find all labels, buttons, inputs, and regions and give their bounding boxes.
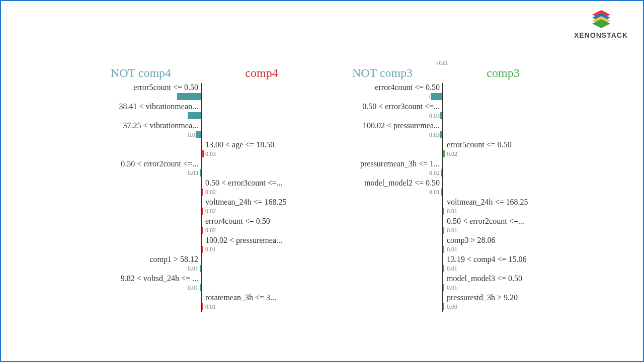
feature-value: 0.00 — [443, 303, 457, 311]
feature-label: 0.50 < error2count <=... — [443, 217, 524, 226]
bar — [201, 208, 203, 215]
feature-value: 0.03 — [188, 169, 201, 177]
feature-value: 0.01 — [443, 227, 457, 234]
feature-value: 0.02 — [201, 189, 216, 196]
feature-label: error4count <= 0.50 — [375, 83, 443, 92]
feature-label: 38.41 < vibrationmean... — [119, 102, 201, 111]
bar — [443, 303, 444, 310]
bar — [441, 189, 443, 196]
left-row-1: 38.41 < vibrationmean... 0.14 — [80, 102, 322, 121]
panel-left-titles: NOT comp4 comp4 — [80, 66, 322, 80]
feature-label: error4count <= 0.50 — [201, 217, 270, 226]
feature-value: 0.01 — [201, 246, 216, 253]
feature-label: voltmean_24h <= 168.25 — [201, 198, 287, 207]
bar — [443, 227, 444, 234]
feature-label: error5count <= 0.50 — [443, 140, 512, 149]
left-row-4: 0.50 < error2count <=... 0.03 — [80, 159, 322, 178]
feature-value: 0.02 — [429, 169, 443, 177]
bar — [177, 93, 201, 100]
logo-stack-icon — [590, 10, 612, 29]
bar — [441, 169, 443, 176]
feature-label: 100.02 < pressuremea... — [363, 121, 443, 130]
feature-value: 0.01 — [443, 284, 457, 292]
left-row-7: error4count <= 0.50 0.02 — [80, 217, 322, 236]
feature-label: 0.50 < error3count <=... — [362, 102, 443, 111]
bar — [200, 265, 201, 272]
feature-value: 0.02 — [201, 208, 216, 215]
charts-container: NOT comp4 comp4 error5count <= 0.50 0.25… — [1, 66, 643, 312]
panel-left: NOT comp4 comp4 error5count <= 0.50 0.25… — [80, 66, 322, 312]
feature-label: 0.50 < error2count <=... — [121, 159, 201, 168]
feature-label: voltmean_24h <= 168.25 — [443, 198, 528, 207]
feature-label: 0.50 < error3count <=... — [201, 178, 283, 188]
right-row-7: 0.50 < error2count <=... 0.01 — [322, 217, 564, 236]
left-row-0: error5count <= 0.50 0.25 — [80, 83, 322, 102]
feature-value: 0.01 — [443, 208, 457, 215]
left-row-6: voltmean_24h <= 168.25 0.02 — [80, 198, 322, 217]
feature-label: pressuremean_3h <= 1... — [360, 159, 443, 168]
feature-label: rotatemean_3h <= 3... — [201, 293, 276, 302]
brand-logo: XENONSTACK — [574, 10, 628, 39]
panel-right: 0.01 NOT comp3 comp3 error4count <= 0.50… — [322, 66, 564, 312]
right-pos-title: comp3 — [443, 66, 564, 80]
feature-label: 37.25 < vibrationmea... — [123, 121, 201, 130]
bar — [443, 150, 445, 157]
feature-value: 0.01 — [429, 189, 443, 196]
bar — [200, 169, 201, 176]
feature-value: 0.01 — [188, 265, 201, 273]
right-row-4: pressuremean_3h <= 1... 0.02 — [322, 159, 564, 178]
right-row-1: 0.50 < error3count <=... 0.03 — [322, 102, 564, 121]
feature-label: 100.02 < pressuremea... — [201, 236, 282, 245]
bar — [201, 150, 204, 157]
bar — [440, 131, 443, 138]
feature-value: 0.01 — [201, 303, 216, 311]
right-neg-title: NOT comp3 — [322, 66, 443, 80]
bar — [443, 208, 444, 215]
bar — [196, 131, 201, 138]
bar — [443, 246, 444, 253]
bar — [201, 303, 203, 310]
panel-right-titles: NOT comp3 comp3 — [322, 66, 564, 80]
right-row-0: error4count <= 0.50 0.12 — [322, 83, 564, 102]
bar — [443, 284, 444, 291]
panel-right-rows: error4count <= 0.50 0.12 0.50 < error3co… — [322, 83, 564, 312]
feature-value: 0.02 — [201, 227, 216, 234]
right-row-3: error5count <= 0.50 0.02 — [322, 140, 564, 159]
left-row-10: 9.82 < voltsd_24h <= ... 0.01 — [80, 274, 322, 293]
right-row-9: 13.19 < comp4 <= 15.06 0.01 — [322, 255, 564, 274]
feature-label: comp1 > 58.12 — [149, 255, 201, 264]
right-top-tick: 0.01 — [438, 60, 448, 66]
feature-label: pressurestd_3h > 9.20 — [443, 293, 518, 302]
feature-label: model_model2 <= 0.50 — [364, 178, 443, 188]
feature-label: error5count <= 0.50 — [133, 83, 201, 92]
feature-value: 0.01 — [443, 265, 457, 273]
bar — [443, 265, 444, 272]
feature-label: comp3 > 28.06 — [443, 236, 496, 245]
right-row-11: pressurestd_3h > 9.20 0.00 — [322, 293, 564, 312]
feature-label: model_model3 <= 0.50 — [443, 274, 522, 283]
right-row-6: voltmean_24h <= 168.25 0.01 — [322, 198, 564, 217]
left-neg-title: NOT comp4 — [80, 66, 201, 80]
bar — [201, 189, 203, 196]
bar — [201, 227, 203, 234]
feature-label: 13.19 < comp4 <= 15.06 — [443, 255, 527, 264]
left-row-11: rotatemean_3h <= 3... 0.01 — [80, 293, 322, 312]
bar — [188, 112, 201, 119]
right-row-5: model_model2 <= 0.50 0.01 — [322, 178, 564, 198]
left-row-8: 100.02 < pressuremea... 0.01 — [80, 236, 322, 255]
bar — [200, 284, 201, 291]
brand-name: XENONSTACK — [574, 31, 628, 39]
feature-label: 9.82 < voltsd_24h <= ... — [121, 274, 201, 283]
right-row-8: comp3 > 28.06 0.01 — [322, 236, 564, 255]
left-pos-title: comp4 — [201, 66, 322, 80]
left-row-5: 0.50 < error3count <=... 0.02 — [80, 178, 322, 198]
slide-frame: XENONSTACK NOT comp4 comp4 error5count <… — [0, 0, 644, 362]
left-row-2: 37.25 < vibrationmea... 0.05 — [80, 121, 322, 140]
feature-value: 0.01 — [188, 284, 201, 292]
left-row-9: comp1 > 58.12 0.01 — [80, 255, 322, 274]
right-row-10: model_model3 <= 0.50 0.01 — [322, 274, 564, 293]
left-row-3: 13.00 < age <= 18.50 0.03 — [80, 140, 322, 159]
feature-value: 0.01 — [443, 246, 457, 253]
panel-left-rows: error5count <= 0.50 0.25 38.41 < vibrati… — [80, 83, 322, 312]
feature-label: 13.00 < age <= 18.50 — [201, 140, 274, 149]
